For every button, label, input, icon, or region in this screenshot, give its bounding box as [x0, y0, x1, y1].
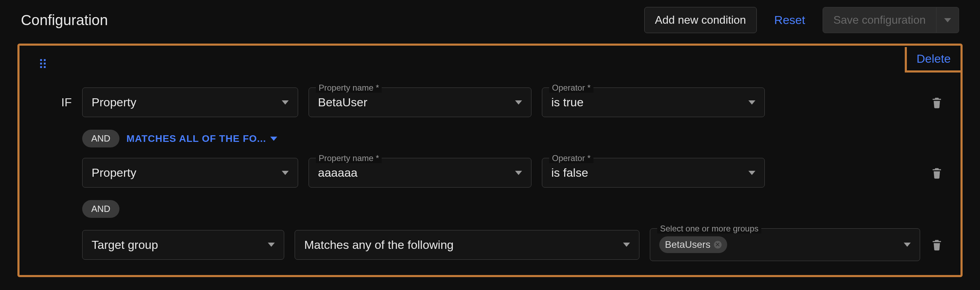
save-configuration-dropdown	[937, 7, 959, 33]
trash-icon[interactable]	[931, 96, 943, 110]
condition-type-select[interactable]: Property	[82, 158, 298, 188]
chevron-down-icon	[748, 171, 756, 175]
group-tag: BetaUsers ✕	[659, 236, 727, 253]
chevron-down-icon	[623, 242, 630, 247]
operator-select[interactable]: Operator * is true	[542, 88, 765, 117]
matches-label: MATCHES ALL OF THE FO...	[126, 133, 266, 144]
chevron-down-icon	[282, 171, 289, 175]
delete-block-button[interactable]: Delete	[905, 47, 961, 72]
select-value: Matches any of the following	[304, 238, 453, 252]
page-header: Configuration Add new condition Reset Sa…	[0, 0, 980, 43]
trash-icon[interactable]	[931, 238, 943, 252]
condition-block: Delete IF Property Property name * BetaU…	[18, 43, 963, 277]
chevron-down-icon	[282, 100, 289, 105]
property-name-select[interactable]: Property name * aaaaaa	[309, 158, 531, 188]
field-label: Select one or more groups	[657, 224, 761, 234]
select-value: is true	[551, 96, 584, 109]
and-chip[interactable]: AND	[82, 130, 119, 147]
property-name-select[interactable]: Property name * BetaUser	[309, 88, 531, 117]
reset-button[interactable]: Reset	[767, 7, 812, 33]
remove-tag-icon[interactable]: ✕	[714, 241, 722, 249]
operator-select[interactable]: Operator * is false	[542, 158, 765, 188]
block-top-bar: Delete	[37, 56, 943, 73]
page-title: Configuration	[21, 12, 108, 29]
matches-mode-dropdown[interactable]: MATCHES ALL OF THE FO...	[126, 133, 277, 144]
save-configuration-button: Save configuration	[822, 7, 937, 33]
connector-row: AND	[82, 200, 943, 218]
select-value: Property	[92, 96, 137, 109]
header-actions: Add new condition Reset Save configurati…	[644, 7, 959, 33]
drag-handle-icon[interactable]	[37, 56, 50, 73]
add-condition-button[interactable]: Add new condition	[644, 7, 757, 33]
chevron-down-icon	[944, 18, 951, 22]
trash-icon[interactable]	[931, 166, 943, 180]
chevron-down-icon	[515, 100, 522, 105]
connector-row: AND MATCHES ALL OF THE FO...	[82, 130, 943, 147]
groups-multiselect[interactable]: Select one or more groups BetaUsers ✕	[650, 228, 920, 261]
select-value: Target group	[92, 238, 158, 252]
chevron-down-icon	[515, 171, 522, 175]
rule-row: Target group Matches any of the followin…	[47, 228, 943, 261]
select-value: is false	[551, 166, 588, 180]
chevron-down-icon	[748, 100, 756, 105]
if-label: IF	[47, 96, 72, 109]
condition-body: IF Property Property name * BetaUser Ope…	[37, 88, 943, 261]
select-value: Property	[92, 166, 137, 180]
and-chip[interactable]: AND	[82, 200, 119, 218]
field-label: Property name *	[316, 153, 382, 163]
select-value: BetaUser	[318, 96, 368, 109]
field-label: Operator *	[549, 153, 593, 163]
field-label: Property name *	[316, 83, 382, 93]
rule-row: IF Property Property name * BetaUser Ope…	[47, 88, 943, 117]
rule-row: Property Property name * aaaaaa Operator…	[47, 158, 943, 188]
save-button-group: Save configuration	[822, 7, 959, 33]
group-tag-label: BetaUsers	[665, 239, 710, 250]
select-value: aaaaaa	[318, 166, 357, 180]
condition-type-select[interactable]: Target group	[82, 230, 284, 260]
chevron-down-icon	[904, 242, 911, 247]
chevron-down-icon	[268, 242, 275, 247]
field-label: Operator *	[549, 83, 593, 93]
groups-chips: BetaUsers ✕	[659, 236, 727, 253]
chevron-down-icon	[270, 137, 277, 141]
condition-type-select[interactable]: Property	[82, 88, 298, 117]
target-operator-select[interactable]: Matches any of the following	[294, 230, 640, 260]
